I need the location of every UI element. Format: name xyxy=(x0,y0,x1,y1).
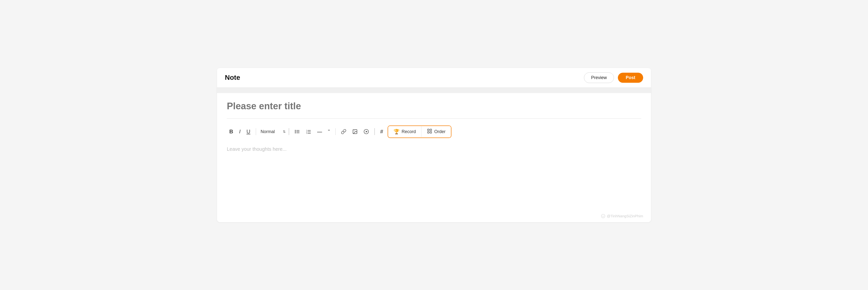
preview-button[interactable]: Preview xyxy=(584,72,614,83)
svg-point-20 xyxy=(602,215,603,216)
svg-rect-17 xyxy=(430,129,432,130)
divider-3 xyxy=(335,128,336,135)
svg-point-13 xyxy=(354,130,355,131)
watermark-text: @TinhNangSiZinPhim xyxy=(607,214,643,218)
header-actions: Preview Post xyxy=(584,72,643,83)
svg-rect-11 xyxy=(308,133,311,134)
content-placeholder: Leave your thoughts here... xyxy=(227,144,641,154)
italic-button[interactable]: I xyxy=(237,127,243,136)
page-wrapper: Note Preview Post B I U Normal Head xyxy=(217,68,651,222)
divider-1 xyxy=(256,128,256,135)
svg-point-0 xyxy=(295,130,296,131)
order-icon xyxy=(427,128,432,135)
svg-marker-15 xyxy=(366,130,368,132)
svg-point-4 xyxy=(295,132,296,133)
toolbar: B I U Normal Heading 1 Heading 2 Heading… xyxy=(227,123,641,141)
header: Note Preview Post xyxy=(217,68,651,88)
unordered-list-button[interactable] xyxy=(292,127,303,136)
svg-rect-19 xyxy=(430,132,432,133)
ordered-list-button[interactable]: 1. 2. 3. xyxy=(303,127,314,136)
trophy-icon: 🏆 xyxy=(394,129,400,135)
divider-2 xyxy=(289,128,289,135)
page-title: Note xyxy=(225,74,240,82)
editor-footer: @TinhNangSiZinPhim xyxy=(217,211,651,222)
sub-header-bar xyxy=(217,88,651,93)
svg-point-21 xyxy=(603,215,604,216)
record-label: Record xyxy=(402,129,416,134)
title-divider xyxy=(227,118,641,119)
order-icon-svg xyxy=(427,128,432,134)
unordered-list-icon xyxy=(294,129,300,134)
svg-rect-18 xyxy=(428,132,429,133)
svg-point-2 xyxy=(295,131,296,132)
editor-area: B I U Normal Heading 1 Heading 2 Heading… xyxy=(217,93,651,211)
order-label: Order xyxy=(434,129,445,134)
list-group: 1. 2. 3. — " xyxy=(292,127,332,136)
svg-text:3.: 3. xyxy=(306,132,308,134)
svg-rect-9 xyxy=(308,132,311,132)
bold-button[interactable]: B xyxy=(227,127,236,136)
hr-button[interactable]: — xyxy=(315,127,324,136)
footer-watermark: @TinhNangSiZinPhim xyxy=(601,214,643,218)
svg-rect-5 xyxy=(296,133,300,133)
text-format-group: B I U xyxy=(227,127,253,136)
image-icon xyxy=(352,129,358,134)
select-arrow-icon: ⇅ xyxy=(283,129,286,134)
svg-rect-3 xyxy=(296,132,300,132)
svg-rect-1 xyxy=(296,130,300,130)
special-group: 🏆 Record Order xyxy=(388,125,452,138)
svg-rect-16 xyxy=(428,129,429,130)
ordered-list-icon: 1. 2. 3. xyxy=(306,129,311,134)
content-area: Leave your thoughts here... xyxy=(227,141,641,159)
hashtag-button[interactable]: # xyxy=(378,127,385,136)
svg-rect-7 xyxy=(308,130,311,130)
title-input[interactable] xyxy=(227,101,641,112)
post-button[interactable]: Post xyxy=(618,73,643,83)
underline-button[interactable]: U xyxy=(244,127,253,136)
divider-4 xyxy=(374,128,375,135)
order-button[interactable]: Order xyxy=(422,126,451,138)
link-icon xyxy=(341,129,346,134)
normal-select-wrap[interactable]: Normal Heading 1 Heading 2 Heading 3 ⇅ xyxy=(259,128,286,135)
watermark-icon xyxy=(601,214,605,218)
insert-group xyxy=(339,127,371,136)
video-button[interactable] xyxy=(361,127,371,136)
quote-button[interactable]: " xyxy=(326,127,332,136)
link-button[interactable] xyxy=(339,127,349,136)
normal-select[interactable]: Normal Heading 1 Heading 2 Heading 3 xyxy=(259,128,282,135)
record-button[interactable]: 🏆 Record xyxy=(388,126,422,137)
video-icon xyxy=(364,129,369,134)
image-button[interactable] xyxy=(350,127,360,136)
